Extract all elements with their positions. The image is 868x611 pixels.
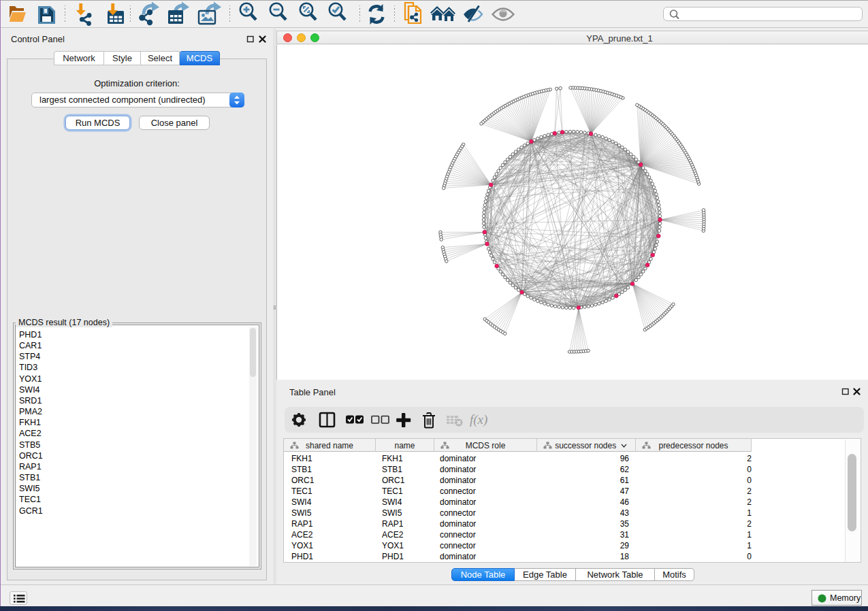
svg-text:f(x): f(x) [470,412,487,427]
